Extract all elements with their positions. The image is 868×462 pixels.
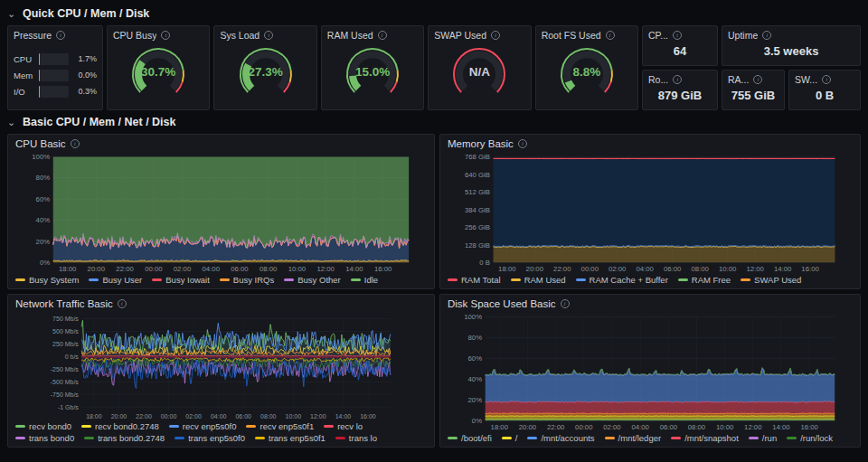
legend-item[interactable]: Idle: [351, 274, 378, 286]
info-icon[interactable]: [606, 31, 615, 40]
svg-text:14:00: 14:00: [774, 265, 791, 273]
legend-item[interactable]: recv bond0: [15, 420, 71, 432]
panel-sys-load: Sys Load 27.3%: [213, 25, 316, 110]
pressure-row: Mem 0.0%: [14, 70, 97, 81]
svg-text:14:00: 14:00: [345, 265, 363, 273]
legend-item[interactable]: trans bond0: [15, 432, 74, 444]
info-icon[interactable]: [673, 75, 682, 84]
svg-text:16:00: 16:00: [801, 265, 818, 273]
network-traffic-chart[interactable]: 18:0020:0022:0000:0002:0004:0006:0008:00…: [8, 311, 434, 420]
panel-title[interactable]: SW...: [795, 74, 817, 85]
panel-title[interactable]: Uptime: [728, 30, 758, 41]
info-icon[interactable]: [71, 139, 80, 148]
charts-grid: CPU Basic 18:0020:0022:0000:0002:0004:00…: [7, 134, 861, 448]
svg-text:18:00: 18:00: [59, 265, 76, 273]
section-header-basic[interactable]: Basic CPU / Mem / Net / Disk: [7, 110, 861, 134]
panel-title[interactable]: RA...: [728, 74, 749, 85]
info-icon[interactable]: [378, 31, 387, 40]
panel-cpu-cores: CP... 64: [642, 25, 718, 66]
legend-item[interactable]: recv lo: [324, 420, 363, 432]
legend-item[interactable]: /run/lock: [787, 432, 833, 444]
panel-title[interactable]: CP...: [648, 30, 668, 41]
svg-text:640 GiB: 640 GiB: [465, 171, 490, 179]
info-icon[interactable]: [753, 75, 762, 84]
legend-label: Idle: [364, 274, 378, 286]
legend-item[interactable]: Busy System: [15, 274, 79, 286]
info-icon[interactable]: [518, 139, 527, 148]
panel-title[interactable]: Pressure: [14, 30, 52, 41]
info-icon[interactable]: [161, 31, 170, 40]
legend-label: recv bond0: [29, 420, 71, 432]
panel-title[interactable]: SWAP Used: [434, 30, 486, 41]
legend-item[interactable]: RAM Used: [511, 274, 566, 286]
panel-cpu-basic: CPU Basic 18:0020:0022:0000:0002:0004:00…: [7, 134, 435, 289]
legend-item[interactable]: /mnt/ledger: [605, 432, 662, 444]
info-icon[interactable]: [264, 31, 273, 40]
panel-rootfs-total: Ro... 879 GiB: [642, 70, 718, 110]
svg-text:04:00: 04:00: [631, 423, 648, 431]
svg-text:00:00: 00:00: [161, 413, 177, 420]
legend-item[interactable]: /mnt/snapshot: [671, 432, 739, 444]
info-icon[interactable]: [762, 31, 771, 40]
panel-title[interactable]: Memory Basic: [448, 138, 514, 149]
legend-item[interactable]: trans enp5s0f1: [255, 432, 326, 444]
panel-title[interactable]: CPU Basic: [15, 138, 66, 149]
svg-text:60%: 60%: [36, 195, 51, 203]
section-title: Quick CPU / Mem / Disk: [23, 7, 149, 20]
panel-title[interactable]: Sys Load: [220, 30, 259, 41]
legend-item[interactable]: recv bond0.2748: [81, 420, 159, 432]
svg-text:-500 Mb/s: -500 Mb/s: [51, 379, 80, 385]
info-icon[interactable]: [561, 299, 570, 308]
section-header-quick[interactable]: Quick CPU / Mem / Disk: [7, 2, 861, 25]
info-icon[interactable]: [491, 31, 500, 40]
legend-item[interactable]: /boot/efi: [448, 432, 492, 444]
legend-item[interactable]: trans lo: [335, 432, 377, 444]
svg-text:12:00: 12:00: [746, 265, 763, 273]
panel-title[interactable]: Root FS Used: [542, 30, 601, 41]
legend-color-mark: [605, 437, 615, 439]
svg-text:0 B: 0 B: [479, 259, 490, 267]
legend-label: Busy User: [102, 274, 142, 286]
panel-title[interactable]: Disk Space Used Basic: [448, 298, 556, 309]
legend-item[interactable]: Busy User: [89, 274, 142, 286]
legend-item[interactable]: trans enp5s0f0: [175, 432, 245, 444]
stat-value: 755 GiB: [722, 85, 784, 109]
svg-text:0%: 0%: [472, 417, 482, 425]
memory-basic-chart[interactable]: 18:0020:0022:0000:0002:0004:0006:0008:00…: [440, 151, 860, 274]
legend-item[interactable]: recv enp5s0f0: [169, 420, 237, 432]
info-icon[interactable]: [118, 299, 127, 308]
disk-space-legend: /boot/efi//mnt/accounts/mnt/ledger/mnt/s…: [440, 432, 860, 447]
svg-text:14:00: 14:00: [335, 413, 352, 420]
legend-color-mark: [15, 425, 25, 428]
legend-item[interactable]: RAM Free: [678, 274, 731, 286]
legend-item[interactable]: /mnt/accounts: [527, 432, 594, 444]
panel-title[interactable]: RAM Used: [327, 30, 373, 41]
legend-item[interactable]: trans bond0.2748: [84, 432, 165, 444]
legend-item[interactable]: RAM Cache + Buffer: [576, 274, 668, 286]
pressure-bar: [39, 53, 69, 65]
section-title: Basic CPU / Mem / Net / Disk: [23, 116, 176, 128]
svg-text:08:00: 08:00: [259, 265, 277, 273]
legend-item[interactable]: /run: [749, 432, 777, 444]
svg-text:12:00: 12:00: [744, 423, 761, 431]
legend-item[interactable]: RAM Total: [448, 274, 501, 286]
legend-item[interactable]: Busy Other: [284, 274, 341, 286]
info-icon[interactable]: [822, 75, 831, 84]
legend-item[interactable]: SWAP Used: [741, 274, 801, 286]
legend-label: trans enp5s0f0: [188, 432, 245, 444]
legend-label: /run/lock: [800, 432, 833, 444]
panel-title[interactable]: Ro...: [648, 74, 668, 85]
legend-item[interactable]: Busy Iowait: [152, 274, 210, 286]
cpu-basic-chart[interactable]: 18:0020:0022:0000:0002:0004:0006:0008:00…: [8, 151, 434, 274]
panel-title[interactable]: Network Traffic Basic: [15, 298, 113, 309]
info-icon[interactable]: [673, 31, 682, 40]
legend-item[interactable]: recv enp5s0f1: [246, 420, 314, 432]
info-icon[interactable]: [56, 31, 65, 40]
legend-item[interactable]: /: [502, 432, 518, 444]
svg-text:128 GiB: 128 GiB: [465, 241, 490, 250]
legend-item[interactable]: Busy IRQs: [220, 274, 274, 286]
panel-title[interactable]: CPU Busy: [113, 30, 156, 41]
disk-space-chart[interactable]: 18:0020:0022:0000:0002:0004:0006:0008:00…: [440, 311, 860, 432]
stat-value: 879 GiB: [643, 85, 717, 109]
legend-color-mark: [335, 437, 345, 439]
